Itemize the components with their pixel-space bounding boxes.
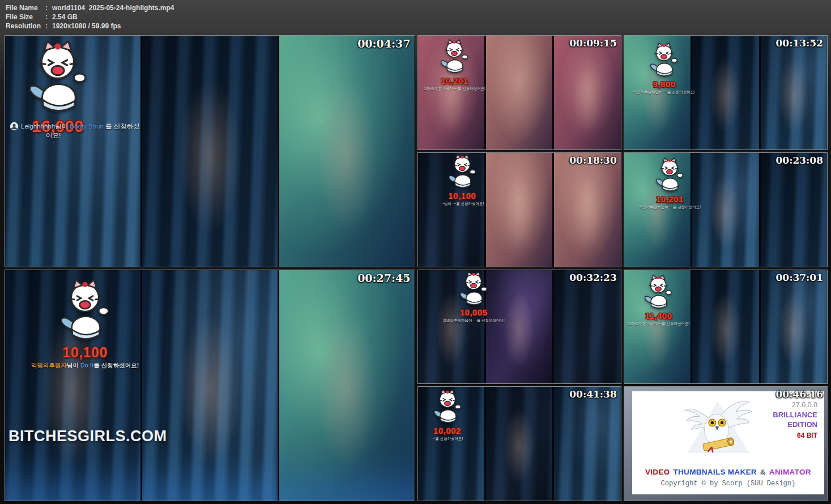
user-avatar-icon	[10, 122, 19, 131]
cat-mascot-icon	[57, 279, 113, 345]
app-title-part: VIDEO	[645, 468, 670, 476]
edition-text-line2: EDITION	[773, 420, 817, 429]
timestamp-label: 00:04:37	[357, 37, 410, 50]
donation-amount: 10,005	[443, 307, 505, 317]
donation-message: 익명의후원자님이 ···를 신청하셨어요!	[633, 90, 695, 95]
scene-panel	[278, 270, 415, 501]
resolution-row: Resolution : 1920x1080 / 59.99 fps	[6, 22, 174, 31]
contact-sheet: File Name : world1104_2025-05-24-highlig…	[0, 0, 831, 504]
scene-panel	[552, 36, 620, 150]
thumbnail-7: 10,005 익명의후원자님이 ···를 신청하셨어요! 00:32:23	[417, 270, 621, 385]
cat-mascot-icon	[438, 39, 470, 76]
timestamp-label: 00:46:16	[775, 388, 823, 400]
chat-line-2: 어요!	[46, 131, 163, 140]
owl-logo-icon	[675, 394, 760, 460]
app-title-part: ANIMATOR	[769, 468, 811, 476]
resolution-value: 1920x1080 / 59.99 fps	[52, 22, 121, 31]
chat-tail: 를 신청하셨	[105, 123, 140, 130]
donation-overlay: 11,400 익명의후원자님이 ···를 신청하셨어요!	[628, 275, 689, 327]
donation-overlay: 10,201 익명의후원자님이 ···를 신청하셨어요!	[424, 39, 485, 92]
donation-amount: 10,002	[432, 426, 463, 435]
chat-username: Leighhhhhh	[21, 123, 55, 130]
branding-thumbnail: 27.0.0.0 BRILLIANCE EDITION 64 BIT VIDEO…	[624, 386, 828, 501]
donation-amount: 11,400	[628, 311, 689, 321]
timestamp-label: 00:23:08	[775, 155, 823, 166]
thumbnail-8: 11,400 익명의후원자님이 ···를 신청하셨어요! 00:37:01	[624, 270, 828, 385]
scene-panel	[552, 270, 620, 384]
file-name-label: File Name	[6, 3, 45, 12]
donation-amount: 9,800	[633, 79, 695, 89]
file-info-header: File Name : world1104_2025-05-24-highlig…	[6, 3, 174, 31]
file-size-row: File Size : 2.54 GB	[6, 12, 174, 22]
donor-suffix: 님이	[67, 362, 79, 369]
donation-message: 익명의후원자님이 ···를 신청하셨어요!	[424, 87, 485, 92]
version-text: 27.0.0.0	[773, 400, 817, 410]
thumbnail-5: 10,201 익명의후원자님이 ···를 신청하셨어요! 00:23:08	[624, 152, 828, 267]
donation-overlay: 10,201 익명의후원자님이 ···를 신청하셨어요!	[639, 157, 701, 210]
cat-mascot-icon	[446, 154, 478, 191]
timestamp-label: 00:09:15	[569, 37, 617, 49]
thumbnail-1: 16,000 Leighhhhhh님이 Booty Boun 를 신청하셨 어요…	[5, 35, 415, 267]
branding-version-block: 27.0.0.0 BRILLIANCE EDITION 64 BIT	[773, 400, 817, 441]
scene-panel	[484, 36, 552, 150]
scene-panel	[552, 153, 620, 267]
app-title: VIDEOTHUMBNAILS MAKER&ANIMATOR	[632, 468, 824, 476]
bits-text: 64 BIT	[773, 431, 817, 441]
watermark-text: BITCHESGIRLS.COM	[8, 428, 167, 445]
scene-panel	[691, 36, 758, 150]
donation-tail: 를 신청하셨어요!	[93, 362, 139, 369]
scene-panel	[484, 387, 552, 501]
scene-panel	[759, 270, 827, 384]
scene-panel	[278, 36, 415, 267]
timestamp-label: 00:32:23	[569, 272, 617, 283]
app-title-part: THUMBNAILS MAKER	[674, 468, 757, 476]
timestamp-label: 00:18:30	[569, 155, 617, 166]
timestamp-label: 00:27:45	[357, 272, 410, 284]
scene-panel	[691, 153, 758, 267]
donation-message: 익명의후원자님이 ···를 신청하셨어요!	[639, 205, 701, 210]
cat-mascot-icon	[458, 271, 489, 308]
chat-item: Booty Boun	[70, 123, 103, 130]
chat-suffix: 님이	[55, 123, 68, 130]
file-size-label: File Size	[6, 12, 45, 22]
donation-overlay: 10,100 익명의후원자님이 Do It를 신청하셨어요!	[31, 279, 139, 370]
donation-message: ···님이 ···를 신청하셨어요!	[441, 202, 484, 207]
donation-message: 익명의후원자님이 Do It를 신청하셨어요!	[31, 362, 139, 370]
copyright-text: Copyright © by Scorp (SUU Design)	[632, 480, 824, 488]
file-name-value: world1104_2025-05-24-highlights.mp4	[52, 3, 174, 12]
chat-message: Leighhhhhh님이 Booty Boun 를 신청하셨 어요!	[10, 122, 163, 140]
donor-name: 익명의후원자	[31, 362, 67, 369]
scene-panel	[484, 153, 552, 267]
edition-text-line1: BRILLIANCE	[773, 410, 817, 420]
donation-message: 익명의후원자님이 ···를 신청하셨어요!	[443, 318, 505, 323]
branding-card: 27.0.0.0 BRILLIANCE EDITION 64 BIT VIDEO…	[632, 391, 824, 494]
thumbnail-grid: 16,000 Leighhhhhh님이 Booty Boun 를 신청하셨 어요…	[5, 35, 828, 501]
colon: :	[45, 22, 52, 31]
thumbnail-2: 10,201 익명의후원자님이 ···를 신청하셨어요! 00:09:15	[417, 35, 621, 150]
cat-mascot-icon	[432, 389, 463, 426]
file-size-value: 2.54 GB	[52, 12, 78, 22]
scene-panel	[140, 270, 278, 501]
colon: :	[45, 12, 52, 22]
thumbnail-9: 10,002 ···를 신청하셨어요! 00:41:38	[417, 386, 621, 501]
cat-mascot-icon	[642, 275, 674, 311]
scene-panel	[759, 153, 827, 267]
donation-amount: 10,100	[31, 344, 139, 361]
timestamp-label: 00:37:01	[775, 272, 823, 283]
file-name-row: File Name : world1104_2025-05-24-highlig…	[6, 3, 174, 12]
app-title-part: &	[760, 468, 766, 476]
thumbnail-4: 10,100 ···님이 ···를 신청하셨어요! 00:18:30	[417, 152, 621, 267]
resolution-label: Resolution	[6, 22, 45, 31]
donation-overlay: 10,005 익명의후원자님이 ···를 신청하셨어요!	[443, 271, 505, 324]
chat-text: Leighhhhhh님이 Booty Boun 를 신청하셨	[21, 122, 140, 131]
cat-mascot-icon	[24, 40, 91, 117]
thumbnail-6: 10,100 익명의후원자님이 Do It를 신청하셨어요! BITCHESGI…	[5, 270, 415, 502]
donation-amount: 10,201	[424, 76, 485, 86]
scene-panel	[691, 270, 758, 384]
donation-message: ···를 신청하셨어요!	[432, 437, 463, 442]
donation-overlay: 9,800 익명의후원자님이 ···를 신청하셨어요!	[633, 42, 695, 95]
cat-mascot-icon	[654, 157, 685, 194]
scene-panel	[552, 387, 620, 501]
colon: :	[45, 3, 52, 12]
timestamp-label: 00:13:52	[775, 37, 823, 49]
